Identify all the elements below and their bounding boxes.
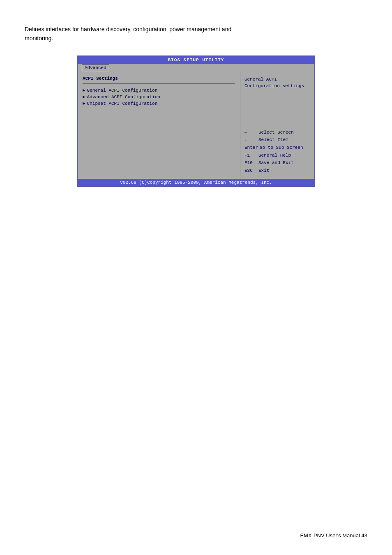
- key-hint-select-screen: ← Select Screen: [244, 129, 310, 136]
- key-desc: Select Screen: [258, 129, 294, 136]
- bios-footer: v02.68 (C)Copyright 1985-2009, American …: [78, 179, 314, 186]
- key-desc: Save and Exit: [258, 159, 294, 167]
- help-text: General ACPI Configuration settings: [244, 76, 310, 90]
- key-hint-f10: F10 Save and Exit: [244, 159, 310, 167]
- menu-item-label: Chipset ACPI Configuration: [87, 101, 158, 106]
- help-line2: Configuration settings: [244, 83, 304, 88]
- description-text2: monitoring.: [25, 35, 53, 42]
- page-description: Defines interfaces for hardware discover…: [0, 0, 392, 51]
- bios-title: BIOS SETUP UTILITY: [168, 58, 224, 62]
- key-arrows-ud: ↕: [244, 136, 257, 144]
- key-hint-esc: ESC Exit: [244, 167, 310, 175]
- key-hint-enter: Enter Go to Sub Screen: [244, 144, 310, 152]
- menu-item-chipset-acpi[interactable]: ► Chipset ACPI Configuration: [83, 100, 235, 107]
- key-hint-f1: F1 General Help: [244, 152, 310, 160]
- description-text: Defines interfaces for hardware discover…: [25, 26, 231, 32]
- bios-right-panel: General ACPI Configuration settings ← Se…: [240, 72, 314, 179]
- key-hints: ← Select Screen ↕ Select Item Enter Go t…: [244, 125, 310, 175]
- key-desc: General Help: [258, 152, 291, 160]
- bios-wrapper: BIOS SETUP UTILITY Advanced ACPI Setting…: [0, 56, 392, 187]
- bios-content: ACPI Settings ► General ACPI Configurati…: [78, 72, 314, 179]
- menu-item-general-acpi[interactable]: ► General ACPI Configuration: [83, 87, 235, 94]
- footer-text: EMX-PNV User's Manual 43: [300, 532, 367, 539]
- key-esc: ESC: [244, 167, 257, 175]
- acpi-settings-title: ACPI Settings: [83, 76, 235, 81]
- arrow-icon: ►: [83, 95, 85, 99]
- arrow-icon: ►: [83, 101, 85, 106]
- bios-title-bar: BIOS SETUP UTILITY: [78, 56, 314, 64]
- key-desc: Go to Sub Screen: [260, 144, 303, 152]
- key-desc: Select Item: [258, 136, 288, 144]
- bios-left-panel: ACPI Settings ► General ACPI Configurati…: [78, 72, 240, 179]
- bios-footer-text: v02.68 (C)Copyright 1985-2009, American …: [120, 180, 272, 185]
- menu-item-label: Advanced ACPI Configuration: [87, 95, 160, 99]
- menu-item-label: General ACPI Configuration: [87, 88, 158, 93]
- key-desc: Exit: [258, 167, 269, 175]
- page-footer: EMX-PNV User's Manual 43: [300, 532, 367, 539]
- key-arrow: ←: [244, 129, 257, 136]
- key-f1: F1: [244, 152, 257, 160]
- bios-nav-bar: Advanced: [78, 64, 314, 72]
- key-hint-select-item: ↕ Select Item: [244, 136, 310, 144]
- arrow-icon: ►: [83, 88, 85, 93]
- bios-container: BIOS SETUP UTILITY Advanced ACPI Setting…: [77, 56, 315, 187]
- nav-item-advanced[interactable]: Advanced: [82, 65, 109, 71]
- help-line1: General ACPI: [244, 77, 277, 82]
- key-f10: F10: [244, 159, 257, 167]
- key-enter: Enter: [244, 144, 258, 152]
- section-divider: [83, 83, 235, 84]
- menu-item-advanced-acpi[interactable]: ► Advanced ACPI Configuration: [83, 94, 235, 100]
